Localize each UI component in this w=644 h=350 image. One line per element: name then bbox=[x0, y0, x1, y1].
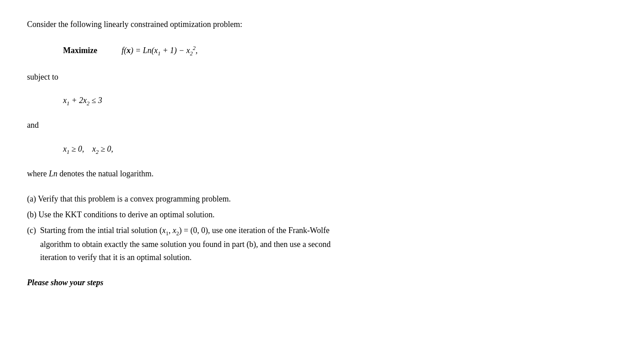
constraint2-block: x1 ≥ 0, x2 ≥ 0, bbox=[27, 143, 432, 157]
main-content: Consider the following linearly constrai… bbox=[27, 18, 432, 289]
subject-to-text: subject to bbox=[27, 71, 432, 84]
maximize-block: Maximize f(x) = Ln(x1 + 1) − x22, bbox=[27, 44, 432, 58]
part-a-text: (a) Verify that this problem is a convex… bbox=[27, 193, 231, 206]
constraint1-block: x1 + 2x2 ≤ 3 bbox=[27, 94, 432, 108]
part-a: (a) Verify that this problem is a convex… bbox=[27, 193, 432, 206]
part-c: (c) Starting from the intial trial solut… bbox=[27, 224, 432, 264]
parts-list: (a) Verify that this problem is a convex… bbox=[27, 193, 432, 264]
part-c-content: Starting from the intial trial solution … bbox=[40, 224, 331, 264]
constraint2-expr: x1 ≥ 0, x2 ≥ 0, bbox=[63, 144, 113, 153]
maximize-label: Maximize bbox=[63, 44, 122, 57]
part-c-line1: Starting from the intial trial solution … bbox=[40, 226, 330, 235]
part-b-text: (b) Use the KKT conditions to derive an … bbox=[27, 208, 215, 221]
part-c-line3: iteration to verify that it is an optima… bbox=[40, 253, 191, 262]
part-b: (b) Use the KKT conditions to derive an … bbox=[27, 208, 432, 221]
intro-paragraph: Consider the following linearly constrai… bbox=[27, 18, 432, 31]
part-c-line2: algorithm to obtain exactly the same sol… bbox=[40, 240, 331, 249]
part-c-label: (c) bbox=[27, 224, 40, 237]
please-show-text: Please show your steps bbox=[27, 276, 432, 289]
and-text: and bbox=[27, 119, 432, 132]
maximize-expr: f(x) = Ln(x1 + 1) − x22, bbox=[122, 44, 198, 58]
where-text: where Ln denotes the natual logarithm. bbox=[27, 167, 432, 180]
constraint1-expr: x1 + 2x2 ≤ 3 bbox=[63, 96, 102, 105]
